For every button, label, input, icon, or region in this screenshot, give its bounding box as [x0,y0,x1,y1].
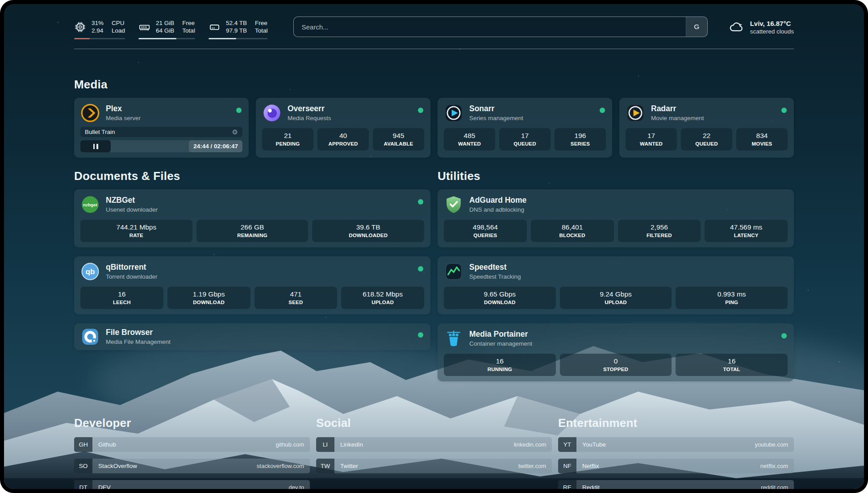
service-card-overseerr[interactable]: Overseerr Media Requests 21 PENDING 40 A… [256,98,430,158]
portainer-icon [444,329,463,348]
bookmark-github[interactable]: GH Github github.com [74,437,310,452]
service-name: Overseerr [288,104,331,113]
bookmark-url: youtube.com [749,441,794,448]
bookmark-youtube[interactable]: YT YouTube youtube.com [558,437,794,452]
section-title-media: Media [74,78,794,92]
stat-value: 471 [256,290,336,298]
stat-value: 16 [446,357,554,365]
stat-tile: 22 QUEUED [681,128,732,150]
stat-tile: 1.19 Gbps DOWNLOAD [167,287,250,309]
stat-tile: 47.569 ms LATENCY [705,220,788,242]
disk-total-value: 97.9 TB [226,27,247,35]
stat-value: 618.52 Mbps [343,290,422,298]
disk-resource-widget: 52.4 TB 97.9 TB Free Total [209,19,268,39]
stat-label: APPROVED [319,141,367,146]
cpu-usage-bar [74,38,125,39]
search-input[interactable] [294,17,685,37]
service-description: Series management [469,114,523,122]
gear-icon[interactable]: ⚙ [232,129,238,135]
stat-tile: 86,401 BLOCKED [531,220,614,242]
stat-tile: 0.993 ms PING [676,287,788,309]
service-card-plex[interactable]: Plex Media server Bullet Train ⚙ 24:44 /… [74,98,249,158]
stat-value: 0.993 ms [677,290,786,298]
status-dot [418,199,423,205]
stat-tile: 16 LEECH [80,287,163,309]
service-description: DNS and adblocking [469,206,526,213]
search-provider-button[interactable]: G [686,17,707,37]
stat-label: AVAILABLE [375,141,422,146]
bookmark-name: Reddit [576,484,755,489]
qbittorrent-icon: qb [80,262,100,281]
bookmark-abbr: YT [558,437,576,452]
bookmark-netflix[interactable]: NF Netflix netflix.com [558,459,794,473]
stat-tile: 39.6 TB DOWNLOADED [312,220,424,242]
status-dot [418,266,423,272]
stat-label: SERIES [556,141,604,146]
status-dot [418,108,423,113]
memory-total-value: 64 GiB [156,27,174,35]
memory-free-label: Free [182,19,195,27]
service-name: Speedtest [469,262,521,272]
service-description: Media File Management [106,338,171,346]
disk-free-label: Free [255,19,268,27]
bookmark-name: LinkedIn [334,441,508,448]
stat-tile: 744.21 Mbps RATE [80,220,192,242]
section-title-developer: Developer [74,416,310,430]
stat-tile: 17 QUEUED [499,128,551,150]
service-card-nzbget[interactable]: nzbget NZBGet Usenet downloader 74 [74,189,430,247]
service-card-adguard[interactable]: AdGuard Home DNS and adblocking 498,564 … [438,189,794,247]
bookmark-group-social: Social LI LinkedIn linkedin.com TW Twitt… [316,416,552,480]
dashboard-screen: 31% 2.94 CPU Load [0,0,868,493]
status-dot [600,108,605,113]
bookmark-reddit[interactable]: RE Reddit reddit.com [558,480,794,489]
bookmark-dev[interactable]: DT DEV dev.to [74,480,310,489]
bookmark-abbr: GH [74,437,92,452]
weather-condition: scattered clouds [750,28,794,36]
stat-label: SEED [256,300,336,305]
service-card-sonarr[interactable]: Sonarr Series management 485 WANTED 17 Q… [438,98,612,158]
service-description: Movie management [651,114,704,122]
stat-value: 9.65 Gbps [446,290,554,298]
memory-total-label: Total [182,27,195,35]
memory-usage-bar [138,38,195,39]
stat-label: FILTERED [620,233,699,238]
service-card-qbittorrent[interactable]: qb qBittorrent Torrent downloader [74,256,430,314]
two-column-area: Documents & Files nzbget NZBGet [74,169,794,390]
stat-value: 744.21 Mbps [82,223,191,231]
search-bar: G [293,17,707,37]
speedtest-icon [444,262,463,281]
stat-tile: 16 RUNNING [444,354,556,376]
service-card-filebrowser[interactable]: File Browser Media File Management [74,323,430,350]
stat-label: RUNNING [446,367,554,372]
cpu-icon [74,21,86,33]
overseerr-icon [262,103,282,123]
cpu-load-label: Load [112,27,125,35]
stat-value: 266 GB [198,223,307,231]
service-name: Sonarr [469,104,523,113]
bookmark-stackoverflow[interactable]: SO StackOverflow stackoverflow.com [74,459,310,473]
weather-location-temp: Lviv, 16.87°C [750,19,794,28]
bookmark-name: Twitter [334,463,513,469]
bookmark-twitter[interactable]: TW Twitter twitter.com [316,459,552,473]
stat-label: BLOCKED [533,233,612,238]
stat-value: 485 [446,132,493,140]
stat-tile: 471 SEED [255,287,338,309]
weather-widget[interactable]: Lviv, 16.87°C scattered clouds [728,19,794,36]
stat-value: 21 [264,132,312,140]
stat-value: 39.6 TB [314,223,422,231]
stat-value: 196 [556,132,604,140]
stat-label: MOVIES [738,141,786,146]
cpu-usage-label: CPU [112,19,125,27]
service-card-portainer[interactable]: Media Portainer Container management 16 … [438,323,794,381]
service-name: File Browser [106,327,171,337]
bookmark-linkedin[interactable]: LI LinkedIn linkedin.com [316,437,552,452]
stat-value: 16 [82,290,162,298]
bookmark-group-developer: Developer GH Github github.com SO StackO… [74,416,310,489]
service-card-speedtest[interactable]: Speedtest Speedtest Tracking 9.65 Gbps D… [438,256,794,314]
service-card-radarr[interactable]: Radarr Movie management 17 WANTED 22 QUE… [619,98,794,158]
qbittorrent-logo-text: qb [86,267,95,276]
stat-value: 9.24 Gbps [562,290,670,298]
pause-button[interactable] [80,140,111,152]
stat-value: 47.569 ms [706,223,786,231]
service-description: Media server [106,114,141,122]
